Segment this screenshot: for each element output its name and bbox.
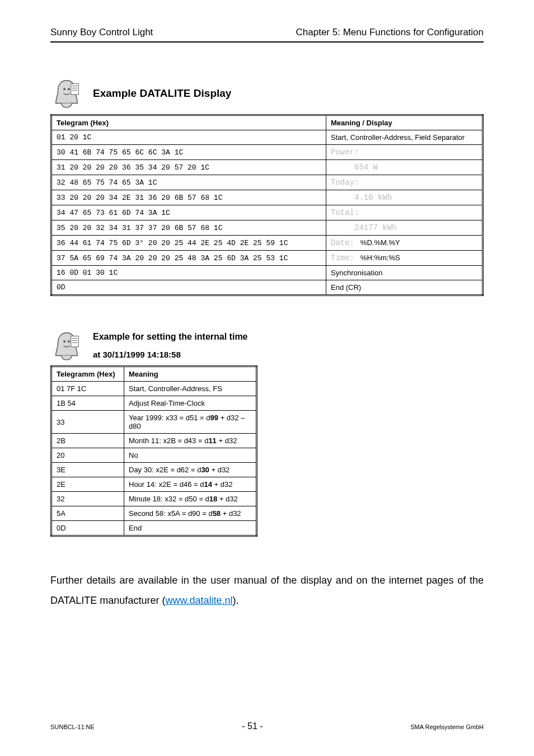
cell-meaning: Month 11: x2B = d43 = d11 + d32: [124, 434, 257, 448]
cell-meaning: Adjust Real-Time-Clock: [124, 396, 257, 411]
table-row: 3EDay 30: x2E = d62 = d30 + d32: [51, 463, 257, 477]
table-row: 20No: [51, 448, 257, 463]
cell-meaning: 654 W: [326, 160, 483, 175]
cell-meaning: Year 1999: x33 = d51 = d99 + d32 – d80: [124, 411, 257, 434]
table-row: 33Year 1999: x33 = d51 = d99 + d32 – d80: [51, 411, 257, 434]
cell-hex: 01 7F 1C: [51, 382, 124, 396]
cell-hex: 3E: [51, 463, 124, 477]
header-divider: [50, 41, 484, 43]
svg-rect-8: [71, 336, 79, 347]
table-row: 30 41 6B 74 75 65 6C 6C 3A 1CPower:: [51, 145, 483, 160]
cell-meaning: Start, Controller-Address, FS: [124, 382, 257, 396]
cell-meaning: Synchronisation: [326, 266, 483, 280]
cell-meaning: End: [124, 521, 257, 536]
table-row: 5ASecond 58: x5A = d90 = d58 + d32: [51, 506, 257, 521]
cell-hex: 31 20 20 20 20 36 35 34 20 57 20 1C: [51, 160, 326, 175]
cell-hex: 01 20 1C: [51, 130, 326, 145]
wizard-icon: [50, 330, 83, 362]
table-row: 2EHour 14: x2E = d46 = d14 + d32: [51, 477, 257, 492]
cell-hex: 16 0D 01 30 1C: [51, 266, 326, 280]
cell-hex: 34 47 65 73 61 6D 74 3A 1C: [51, 205, 326, 220]
cell-meaning: Second 58: x5A = d90 = d58 + d32: [124, 506, 257, 521]
table-row: 2BMonth 11: x2B = d43 = d11 + d32: [51, 434, 257, 448]
cell-meaning: Hour 14: x2E = d46 = d14 + d32: [124, 477, 257, 492]
svg-point-6: [63, 340, 65, 342]
table-row: 36 44 61 74 75 6D 3° 20 20 25 44 2E 25 4…: [51, 236, 483, 251]
table-row: 16 0D 01 30 1CSynchronisation: [51, 266, 483, 280]
cell-hex: 2B: [51, 434, 124, 448]
cell-hex: 2E: [51, 477, 124, 492]
wizard-icon: [50, 77, 83, 110]
section2-title: Example for setting the internal time: [93, 332, 248, 342]
cell-meaning: 4.16 kWh: [326, 190, 483, 205]
svg-point-1: [68, 88, 70, 90]
cell-hex: 5A: [51, 506, 124, 521]
cell-hex: 33: [51, 411, 124, 434]
cell-meaning: Day 30: x2E = d62 = d30 + d32: [124, 463, 257, 477]
table-row: 35 20 20 32 34 31 37 37 20 6B 57 68 1C24…: [51, 220, 483, 236]
cell-meaning: No: [124, 448, 257, 463]
cell-hex: 35 20 20 32 34 31 37 37 20 6B 57 68 1C: [51, 220, 326, 236]
cell-meaning: 24177 kWh: [326, 220, 483, 236]
cell-hex: 37 5A 65 69 74 3A 20 20 20 25 48 3A 25 6…: [51, 251, 326, 266]
cell-hex: 0D: [51, 280, 326, 295]
cell-meaning: End (CR): [326, 280, 483, 295]
col-header-hex: Telegram (Hex): [51, 115, 326, 130]
header-right: Chapter 5: Menu Functions for Configurat…: [296, 27, 484, 38]
table-time-setting: Telegramm (Hex) Meaning 01 7F 1CStart, C…: [50, 365, 257, 537]
col-header-hex2: Telegramm (Hex): [51, 367, 124, 382]
table-datalite: Telegram (Hex) Meaning / Display 01 20 1…: [50, 114, 484, 296]
header-left: Sunny Boy Control Light: [50, 27, 153, 38]
section2-subtitle: at 30/11/1999 14:18:58: [93, 350, 248, 359]
table-row: 32 48 65 75 74 65 3A 1CToday:: [51, 175, 483, 190]
cell-meaning: Today:: [326, 175, 483, 190]
table-row: 01 7F 1CStart, Controller-Address, FS: [51, 382, 257, 396]
table-row: 0DEnd: [51, 521, 257, 536]
cell-hex: 32: [51, 492, 124, 506]
table-row: 32Minute 18: x32 = d50 = d18 + d32: [51, 492, 257, 506]
datalite-link[interactable]: www.datalite.nl: [165, 595, 232, 606]
svg-rect-2: [71, 84, 79, 95]
cell-meaning: Total:: [326, 205, 483, 220]
body-paragraph: Further details are available in the use…: [50, 570, 484, 611]
svg-point-0: [63, 88, 65, 90]
cell-meaning: Start, Controller-Address, Field Separat…: [326, 130, 483, 145]
col-header-meaning: Meaning / Display: [326, 115, 483, 130]
cell-meaning: Minute 18: x32 = d50 = d18 + d32: [124, 492, 257, 506]
table-row: 31 20 20 20 20 36 35 34 20 57 20 1C654 W: [51, 160, 483, 175]
svg-point-7: [68, 340, 70, 342]
table-row: 34 47 65 73 61 6D 74 3A 1CTotal:: [51, 205, 483, 220]
footer-right: SMA Regelsysteme GmbH: [410, 724, 484, 730]
page-number: - 51 -: [242, 721, 263, 731]
table-row: 0DEnd (CR): [51, 280, 483, 295]
table-row: 33 20 20 20 34 2E 31 36 20 6B 57 68 1C4.…: [51, 190, 483, 205]
cell-hex: 1B 54: [51, 396, 124, 411]
cell-meaning: Time: %H:%m:%S: [326, 251, 483, 266]
body-text-pre: Further details are available in the use…: [50, 575, 484, 606]
table-row: 01 20 1CStart, Controller-Address, Field…: [51, 130, 483, 145]
cell-hex: 30 41 6B 74 75 65 6C 6C 3A 1C: [51, 145, 326, 160]
cell-hex: 36 44 61 74 75 6D 3° 20 20 25 44 2E 25 4…: [51, 236, 326, 251]
cell-hex: 33 20 20 20 34 2E 31 36 20 6B 57 68 1C: [51, 190, 326, 205]
cell-meaning: Power:: [326, 145, 483, 160]
cell-meaning: Date: %D.%M.%Y: [326, 236, 483, 251]
footer-left: SUNBCL-11:NE: [50, 724, 95, 730]
table-row: 1B 54Adjust Real-Time-Clock: [51, 396, 257, 411]
cell-hex: 32 48 65 75 74 65 3A 1C: [51, 175, 326, 190]
col-header-meaning2: Meaning: [124, 367, 257, 382]
body-text-post: ).: [232, 595, 238, 606]
cell-hex: 20: [51, 448, 124, 463]
table-row: 37 5A 65 69 74 3A 20 20 20 25 48 3A 25 6…: [51, 251, 483, 266]
cell-hex: 0D: [51, 521, 124, 536]
section1-title: Example DATALITE Display: [93, 87, 231, 100]
